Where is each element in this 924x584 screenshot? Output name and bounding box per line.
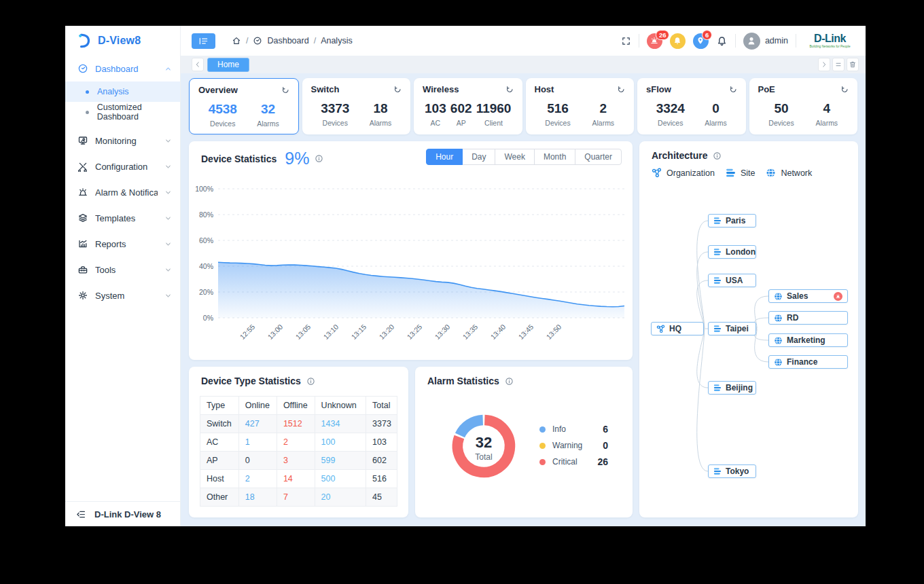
table-cell: 599 (315, 452, 366, 470)
card-stat-label: Alarms (815, 119, 838, 127)
device-statistics-panel: Device Statistics 9% HourDayWeekMonthQua… (189, 141, 633, 360)
breadcrumb: / Dashboard / Analysis (232, 36, 353, 45)
tab-list-button[interactable] (832, 58, 845, 71)
table-cell: 100 (315, 433, 366, 452)
sidebar-item-alarm-notification[interactable]: Alarm & Notification (65, 179, 180, 205)
chevron-down-icon (164, 163, 172, 170)
table-cell: 1434 (315, 415, 366, 433)
card-stat-label: Alarms (257, 120, 279, 128)
tab-home[interactable]: Home (207, 58, 249, 72)
tree-node-beijing[interactable]: Beijing (708, 381, 756, 395)
site-icon (713, 276, 722, 285)
tree-node-label: RD (787, 313, 798, 323)
refresh-icon[interactable] (617, 84, 626, 93)
info-icon[interactable] (315, 154, 323, 163)
summary-card-host[interactable]: Host516Devices2Alarms (526, 78, 635, 134)
card-stat-value: 3324 (656, 101, 685, 116)
sidebar-item-monitoring[interactable]: Monitoring (65, 128, 180, 153)
table-cell: 14 (277, 470, 315, 488)
refresh-icon[interactable] (729, 84, 738, 93)
bell-outline-icon[interactable] (716, 35, 728, 47)
site-icon (713, 467, 722, 475)
refresh-icon[interactable] (840, 84, 849, 93)
menu-toggle-button[interactable] (192, 33, 215, 49)
range-tab-month[interactable]: Month (534, 149, 575, 165)
tree-node-london[interactable]: London (708, 245, 756, 259)
summary-card-switch[interactable]: Switch3373Devices18Alarms (302, 78, 411, 134)
fullscreen-icon[interactable] (621, 36, 631, 46)
chevron-down-icon (164, 240, 172, 248)
tree-node-marketing[interactable]: Marketing (768, 333, 848, 347)
card-stat-value: 32 (257, 102, 279, 117)
table-cell: 516 (366, 470, 397, 488)
breadcrumb-dashboard[interactable]: Dashboard (267, 36, 308, 45)
legend-dot-icon (539, 459, 546, 465)
table-cell: Host (200, 470, 239, 488)
table-header-total: Total (366, 397, 397, 415)
user-menu[interactable]: admin (743, 33, 788, 50)
table-cell: 3373 (366, 415, 397, 433)
close-tabs-trash-button[interactable] (847, 58, 859, 71)
table-cell: AC (200, 433, 239, 452)
bullet-icon (86, 111, 89, 114)
sidebar-subitem-analysis[interactable]: Analysis (65, 81, 180, 102)
refresh-icon[interactable] (505, 84, 514, 93)
sidebar-item-templates[interactable]: Templates (65, 205, 180, 231)
sidebar-item-label: System (95, 291, 158, 301)
tab-scroll-left-button[interactable] (192, 58, 204, 71)
range-tab-hour[interactable]: Hour (426, 149, 463, 165)
app-logo[interactable]: D-View8 (65, 26, 180, 56)
tree-node-taipei[interactable]: Taipei (708, 322, 756, 335)
sidebar-item-label: Tools (95, 265, 158, 275)
sidebar-footer-collapse[interactable]: D-Link D-View 8 (65, 501, 180, 526)
bell-icon[interactable] (670, 33, 686, 49)
sidebar-item-system[interactable]: System (65, 282, 180, 308)
table-cell: 20 (315, 488, 366, 507)
range-tab-quarter[interactable]: Quarter (575, 149, 622, 165)
svg-text:13:25: 13:25 (405, 323, 423, 341)
tree-node-hq[interactable]: HQ (651, 322, 704, 335)
home-icon[interactable] (232, 36, 241, 45)
location-pin-icon[interactable]: 6 (693, 33, 709, 49)
screen-background: D-View8 DashboardAnalysisCustomized Dash… (0, 0, 924, 584)
sidebar-footer-label: D-Link D-View 8 (94, 509, 161, 519)
gauge-icon (77, 63, 88, 74)
tree-node-paris[interactable]: Paris (708, 214, 756, 227)
tab-scroll-right-button[interactable] (818, 58, 830, 71)
tree-node-rd[interactable]: RD (768, 311, 848, 325)
info-icon[interactable] (306, 377, 315, 386)
refresh-icon[interactable] (393, 84, 402, 93)
sidebar-subitem-label: Customized Dashboard (97, 103, 180, 122)
card-stat-label: Devices (209, 120, 237, 128)
collapse-sidebar-icon (76, 509, 86, 519)
summary-card-poe[interactable]: PoE50Devices4Alarms (749, 78, 858, 134)
card-title: Overview (198, 85, 289, 95)
chevron-down-icon (164, 266, 172, 274)
sidebar-item-dashboard[interactable]: Dashboard (65, 56, 180, 81)
tree-node-sales[interactable]: Sales (768, 289, 848, 303)
summary-card-wireless[interactable]: Wireless103AC602AP11960Client (414, 78, 522, 134)
chevron-down-icon (164, 189, 172, 196)
tree-node-usa[interactable]: USA (708, 274, 756, 287)
svg-text:13:35: 13:35 (461, 323, 479, 341)
sidebar-item-tools[interactable]: Tools (65, 257, 180, 282)
sidebar-subitem-customized-dashboard[interactable]: Customized Dashboard (65, 102, 180, 122)
tree-node-tokyo[interactable]: Tokyo (708, 464, 756, 478)
alarm-legend-info[interactable]: Info6 (539, 421, 608, 437)
alarm-legend-warning[interactable]: Warning0 (539, 437, 608, 454)
range-tab-day[interactable]: Day (462, 149, 495, 165)
site-icon (713, 384, 722, 392)
summary-card-overview[interactable]: Overview4538Devices32Alarms (189, 78, 299, 134)
range-tab-week[interactable]: Week (495, 149, 534, 165)
summary-card-sflow[interactable]: sFlow3324Devices0Alarms (637, 78, 746, 134)
alarm-legend: Info6Warning0Critical26 (539, 421, 608, 470)
sidebar-item-reports[interactable]: Reports (65, 231, 180, 257)
card-stat-label: Alarms (370, 119, 392, 127)
alarm-siren-icon[interactable]: 26 (647, 33, 662, 49)
refresh-icon[interactable] (281, 85, 290, 94)
sidebar-item-configuration[interactable]: Configuration (65, 153, 180, 179)
device-statistics-title: Device Statistics (201, 153, 277, 164)
tree-node-finance[interactable]: Finance (768, 355, 848, 369)
alarm-legend-critical[interactable]: Critical26 (539, 454, 608, 470)
sidebar-item-label: Configuration (95, 162, 158, 172)
